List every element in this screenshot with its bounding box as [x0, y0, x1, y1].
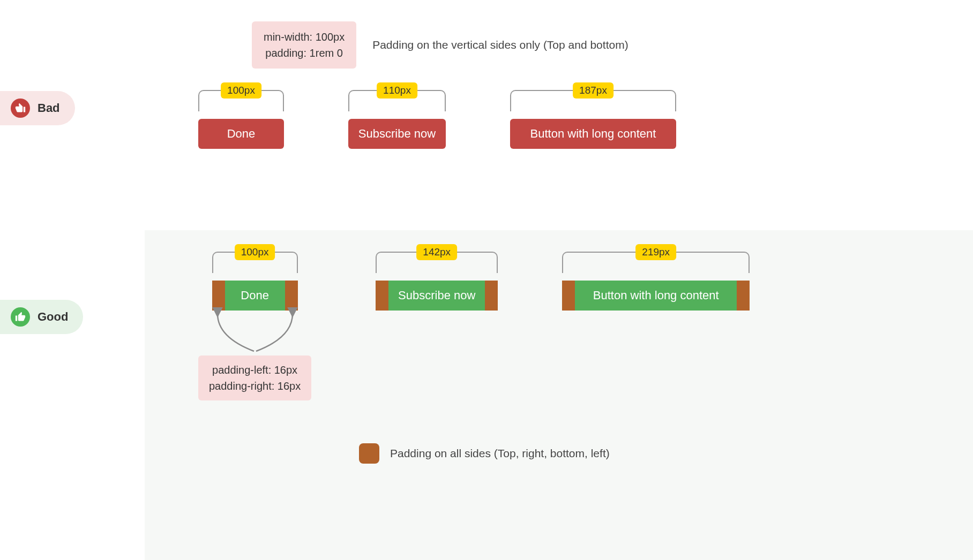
css-note-top: min-width: 100px padding: 1rem 0 [252, 21, 356, 69]
padding-swatch-left [376, 281, 388, 311]
good-button-done: Done [212, 281, 298, 311]
good-label: Good [0, 300, 83, 334]
sidebar: Bad Good [0, 0, 145, 560]
width-bracket: 100px [212, 252, 298, 273]
bad-examples-row: 100px Done 110px Subscribe now [198, 90, 941, 149]
button-text: Button with long content [593, 289, 719, 302]
bad-button-long: Button with long content [510, 119, 676, 149]
good-button-subscribe: Subscribe now [376, 281, 498, 311]
good-example-1: 100px Done [198, 252, 311, 400]
bad-label-text: Bad [38, 101, 60, 115]
width-bracket: 100px [198, 90, 284, 111]
padding-swatch-right [285, 281, 298, 311]
width-badge: 187px [573, 82, 613, 99]
padding-swatch-left [212, 281, 225, 311]
legend-top-text: Padding on the vertical sides only (Top … [372, 39, 628, 51]
width-badge: 100px [235, 244, 275, 260]
good-section: 100px Done [145, 230, 973, 560]
padding-swatch-right [485, 281, 498, 311]
bad-example-3: 187px Button with long content [510, 90, 676, 149]
width-badge: 219px [635, 244, 676, 260]
width-bracket: 142px [376, 252, 498, 273]
good-button-long: Button with long content [562, 281, 750, 311]
bad-example-1: 100px Done [198, 90, 284, 149]
content: min-width: 100px padding: 1rem 0 Padding… [145, 0, 973, 560]
good-examples-row: 100px Done [198, 252, 941, 400]
width-badge: 142px [416, 244, 457, 260]
legend-bottom: Padding on all sides (Top, right, bottom… [359, 443, 941, 464]
width-bracket: 219px [562, 252, 750, 273]
bad-button-done: Done [198, 119, 284, 149]
thumbs-down-icon [11, 99, 30, 118]
padding-color-swatch [359, 443, 379, 464]
bad-label: Bad [0, 91, 75, 125]
padding-swatch-right [737, 281, 750, 311]
width-badge: 100px [221, 82, 261, 99]
button-text: Done [227, 127, 256, 141]
legend-top: min-width: 100px padding: 1rem 0 Padding… [252, 21, 941, 69]
button-text: Done [241, 289, 269, 302]
bad-section: min-width: 100px padding: 1rem 0 Padding… [145, 0, 973, 230]
legend-bottom-text: Padding on all sides (Top, right, bottom… [390, 447, 610, 460]
css-note-line: min-width: 100px [264, 29, 345, 45]
css-note-line: padding-right: 16px [209, 378, 301, 394]
bad-button-subscribe: Subscribe now [348, 119, 446, 149]
button-text: Subscribe now [358, 127, 436, 141]
thumbs-up-icon [11, 307, 30, 327]
width-badge: 110px [377, 82, 417, 99]
padding-swatch-left [562, 281, 575, 311]
width-bracket: 187px [510, 90, 676, 111]
bad-example-2: 110px Subscribe now [348, 90, 446, 149]
arrows-to-padding [201, 311, 309, 353]
css-note-bottom: padding-left: 16px padding-right: 16px [198, 355, 311, 400]
good-example-2: 142px Subscribe now [376, 252, 498, 311]
css-note-line: padding-left: 16px [209, 362, 301, 378]
good-label-text: Good [38, 310, 68, 324]
button-text: Button with long content [530, 127, 656, 141]
good-example-3: 219px Button with long content [562, 252, 750, 311]
width-bracket: 110px [348, 90, 446, 111]
css-note-line: padding: 1rem 0 [264, 45, 345, 61]
button-text: Subscribe now [398, 289, 475, 302]
